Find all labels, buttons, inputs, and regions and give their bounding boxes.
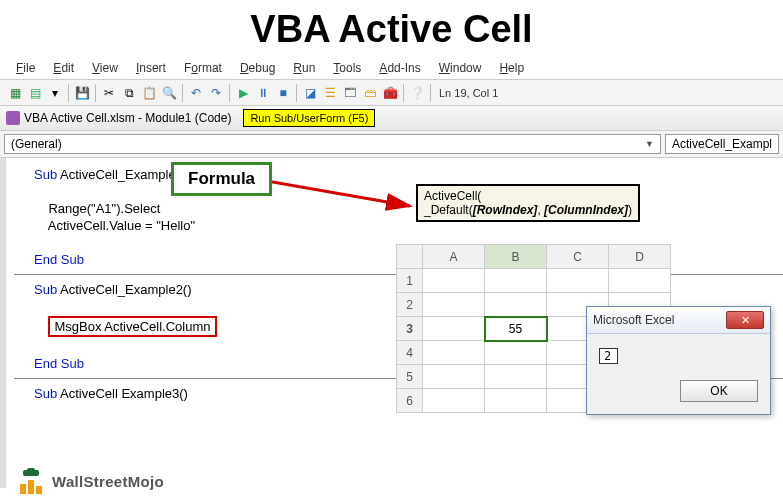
active-cell[interactable]: 55 — [485, 317, 547, 341]
watermark-text: WallStreetMojo — [52, 473, 164, 490]
code-line: Sub ActiveCell_Example1() — [14, 166, 783, 183]
cell[interactable] — [423, 269, 485, 293]
redo-icon[interactable]: ↷ — [207, 84, 225, 102]
object-dropdown[interactable]: (General) ▼ — [4, 134, 661, 154]
row-header[interactable]: 4 — [397, 341, 423, 365]
cursor-position: Ln 19, Col 1 — [435, 87, 502, 99]
cell[interactable] — [485, 365, 547, 389]
copy-icon[interactable]: ⧉ — [120, 84, 138, 102]
code-line: ActiveCell.Value = "Hello" — [14, 217, 783, 234]
menu-view[interactable]: View — [84, 59, 126, 77]
properties-icon[interactable]: 🗔 — [341, 84, 359, 102]
watermark: WallStreetMojo — [18, 468, 164, 494]
message-box: Microsoft Excel ✕ 2 OK — [586, 306, 771, 415]
cut-icon[interactable]: ✂ — [100, 84, 118, 102]
design-mode-icon[interactable]: ◪ — [301, 84, 319, 102]
close-button[interactable]: ✕ — [726, 311, 764, 329]
message-box-titlebar[interactable]: Microsoft Excel ✕ — [587, 307, 770, 334]
intellisense-tooltip: ActiveCell( _Default([RowIndex], [Column… — [416, 184, 640, 222]
find-icon[interactable]: 🔍 — [160, 84, 178, 102]
save-icon[interactable]: 💾 — [73, 84, 91, 102]
tooltip-line1: ActiveCell( — [424, 189, 632, 203]
cell[interactable] — [547, 269, 609, 293]
code-dropdown-row: (General) ▼ ActiveCell_Exampl — [0, 131, 783, 158]
chevron-down-icon: ▼ — [645, 139, 654, 149]
message-box-title: Microsoft Excel — [593, 313, 674, 327]
wallstreetmojo-logo — [18, 468, 44, 494]
cell[interactable] — [485, 293, 547, 317]
row-header[interactable]: 6 — [397, 389, 423, 413]
menu-edit[interactable]: Edit — [45, 59, 82, 77]
cell[interactable] — [423, 293, 485, 317]
code-line — [14, 183, 783, 200]
project-explorer-icon[interactable]: ☰ — [321, 84, 339, 102]
menu-format[interactable]: Format — [176, 59, 230, 77]
toolbox-icon[interactable]: 🧰 — [381, 84, 399, 102]
menu-debug[interactable]: Debug — [232, 59, 283, 77]
close-icon: ✕ — [741, 314, 750, 327]
cell[interactable] — [423, 341, 485, 365]
ok-button[interactable]: OK — [680, 380, 758, 402]
insert-module-icon[interactable]: ▤ — [26, 84, 44, 102]
menu-addins[interactable]: Add-Ins — [371, 59, 428, 77]
cell[interactable] — [423, 317, 485, 341]
object-browser-icon[interactable]: 🗃 — [361, 84, 379, 102]
toolbar: ▦ ▤ ▾ 💾 ✂ ⧉ 📋 🔍 ↶ ↷ ▶ ⏸ ■ ◪ ☰ 🗔 🗃 🧰 ❔ Ln… — [0, 80, 783, 106]
message-box-value: 2 — [599, 348, 618, 364]
menu-tools[interactable]: Tools — [325, 59, 369, 77]
undo-icon[interactable]: ↶ — [187, 84, 205, 102]
help-icon[interactable]: ❔ — [408, 84, 426, 102]
excel-icon[interactable]: ▦ — [6, 84, 24, 102]
row-header[interactable]: 1 — [397, 269, 423, 293]
row-header[interactable]: 5 — [397, 365, 423, 389]
cell[interactable] — [423, 389, 485, 413]
procedure-dropdown-value: ActiveCell_Exampl — [672, 137, 772, 151]
message-box-body: 2 — [587, 334, 770, 370]
cell[interactable] — [485, 269, 547, 293]
callout-run-sub: Run Sub/UserForm (F5) — [243, 109, 375, 127]
menu-bar: File Edit View Insert Format Debug Run T… — [0, 57, 783, 80]
row-header[interactable]: 3 — [397, 317, 423, 341]
callout-formula: Formula — [171, 162, 272, 196]
col-header[interactable]: D — [609, 245, 671, 269]
document-tab-bar: VBA Active Cell.xlsm - Module1 (Code) Ru… — [0, 106, 783, 131]
run-icon[interactable]: ▶ — [234, 84, 252, 102]
code-line: Range("A1").Select — [14, 200, 783, 217]
cell[interactable] — [423, 365, 485, 389]
menu-file[interactable]: File — [8, 59, 43, 77]
paste-icon[interactable]: 📋 — [140, 84, 158, 102]
row-header[interactable]: 2 — [397, 293, 423, 317]
code-editor[interactable]: Formula ActiveCell( _Default([RowIndex],… — [0, 158, 783, 488]
cell[interactable] — [485, 389, 547, 413]
procedure-dropdown[interactable]: ActiveCell_Exampl — [665, 134, 779, 154]
cell[interactable] — [609, 269, 671, 293]
menu-help[interactable]: Help — [491, 59, 532, 77]
cell[interactable] — [485, 341, 547, 365]
tooltip-line2: _Default([RowIndex], [ColumnIndex]) — [424, 203, 632, 217]
col-header[interactable]: C — [547, 245, 609, 269]
object-dropdown-value: (General) — [11, 137, 62, 151]
dropdown-icon[interactable]: ▾ — [46, 84, 64, 102]
menu-run[interactable]: Run — [285, 59, 323, 77]
document-tab-title: VBA Active Cell.xlsm - Module1 (Code) — [24, 111, 231, 125]
module-icon — [6, 111, 20, 125]
pause-icon[interactable]: ⏸ — [254, 84, 272, 102]
corner-cell[interactable] — [397, 245, 423, 269]
col-header[interactable]: B — [485, 245, 547, 269]
page-title: VBA Active Cell — [0, 8, 783, 51]
col-header[interactable]: A — [423, 245, 485, 269]
menu-window[interactable]: Window — [431, 59, 490, 77]
menu-insert[interactable]: Insert — [128, 59, 174, 77]
stop-icon[interactable]: ■ — [274, 84, 292, 102]
highlighted-code: MsgBox ActiveCell.Column — [48, 316, 216, 337]
